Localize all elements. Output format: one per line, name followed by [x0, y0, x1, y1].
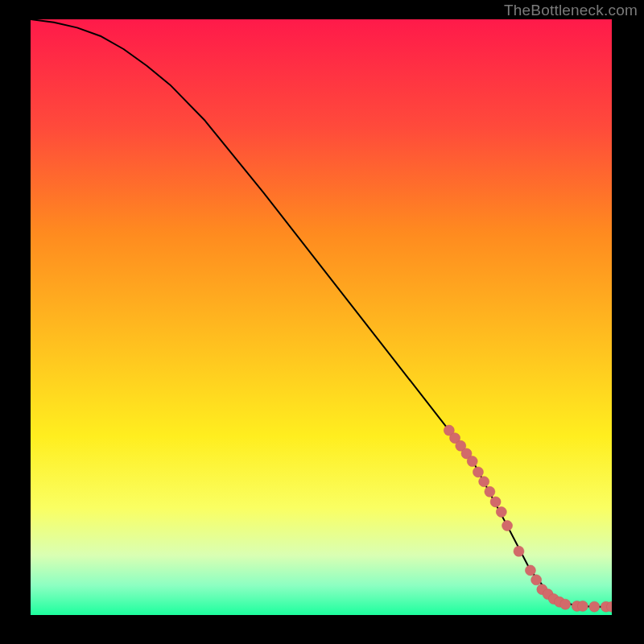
chart-stage: TheBottleneck.com [0, 0, 644, 644]
data-point-dot [531, 575, 542, 585]
data-point-dot [589, 601, 600, 612]
data-point-dot [467, 456, 477, 467]
watermark-text: TheBottleneck.com [504, 2, 638, 19]
data-point-dot [485, 486, 495, 497]
data-point-dot [479, 477, 489, 487]
plot-svg [31, 19, 612, 615]
plot-area [31, 19, 612, 615]
data-point-dot [560, 599, 571, 609]
gradient-background [31, 19, 612, 615]
data-point-dot [496, 506, 506, 517]
data-point-dot [525, 565, 535, 576]
data-point-dot [473, 467, 483, 477]
data-point-dot [514, 546, 524, 556]
data-point-dot [490, 497, 501, 507]
data-point-dot [577, 601, 588, 611]
data-point-dot [502, 521, 513, 531]
